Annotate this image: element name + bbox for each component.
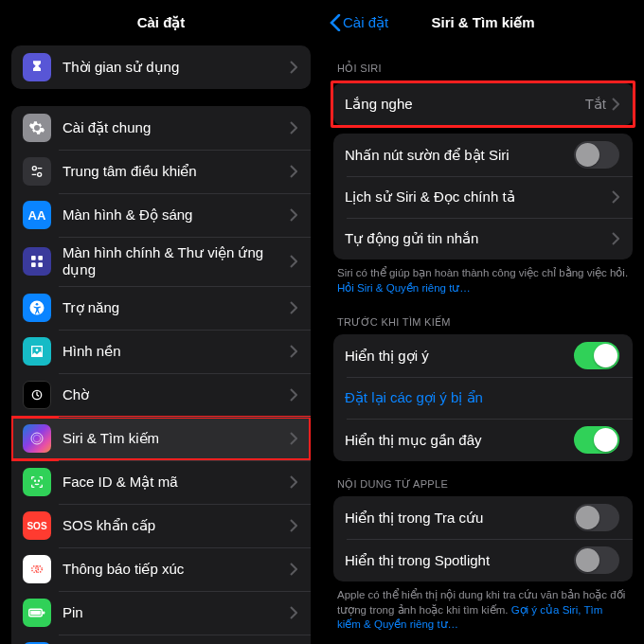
- svg-point-13: [33, 435, 41, 442]
- gear-icon: [23, 114, 51, 142]
- row-battery[interactable]: Pin: [11, 591, 311, 635]
- svg-rect-6: [31, 262, 36, 267]
- row-listen[interactable]: Lắng nghe Tắt: [333, 83, 633, 125]
- row-sos[interactable]: SOS SOS khẩn cấp: [11, 504, 311, 547]
- wallpaper-icon: [23, 337, 51, 366]
- row-show-suggestions[interactable]: Hiển thị gợi ý: [333, 334, 633, 377]
- row-accessibility[interactable]: Trợ năng: [11, 286, 311, 330]
- svg-rect-19: [43, 612, 45, 615]
- back-label: Cài đặt: [343, 14, 388, 31]
- chevron-right-icon: [290, 61, 297, 74]
- ask-siri-footer: Siri có thể giúp bạn hoàn thành công việ…: [322, 259, 644, 299]
- row-control-center[interactable]: Trung tâm điều khiển: [11, 150, 311, 193]
- svg-point-9: [36, 303, 39, 306]
- row-label: Hiển thị trong Tra cứu: [345, 510, 574, 527]
- chevron-right-icon: [290, 388, 297, 402]
- row-label: Lắng nghe: [345, 96, 585, 113]
- group-screen-time: Thời gian sử dụng: [11, 45, 311, 89]
- row-label: Đặt lại các gợi ý bị ẩn: [345, 389, 619, 406]
- chevron-right-icon: [290, 519, 297, 532]
- row-label: Hiển thị mục gần đây: [345, 432, 574, 449]
- svg-rect-7: [38, 262, 43, 267]
- chevron-right-icon: [290, 563, 297, 576]
- row-label: Pin: [63, 604, 290, 621]
- chevron-right-icon: [290, 208, 297, 222]
- row-label: Nhấn nút sườn để bật Siri: [345, 147, 574, 164]
- row-label: Thông báo tiếp xúc: [63, 561, 290, 578]
- chevron-right-icon: [290, 475, 297, 489]
- row-auto-send[interactable]: Tự động gửi tin nhắn: [333, 218, 633, 259]
- settings-title: Cài đặt: [137, 14, 186, 31]
- row-show-spotlight[interactable]: Hiển thị trong Spotlight: [333, 539, 633, 581]
- row-exposure[interactable]: Thông báo tiếp xúc: [11, 547, 311, 591]
- row-show-lookup[interactable]: Hiển thị trong Tra cứu: [333, 496, 633, 539]
- section-ask-siri: HỎI SIRI: [322, 45, 644, 80]
- switches-icon: [23, 157, 51, 186]
- siri-header: Cài đặt Siri & Tìm kiếm: [322, 0, 644, 45]
- ask-siri-privacy-link[interactable]: Hỏi Siri & Quyền riêng tư…: [337, 282, 471, 294]
- toggle-show-recents[interactable]: [574, 426, 619, 454]
- row-label: Tự động gửi tin nhắn: [345, 230, 612, 247]
- row-label: Màn hình chính & Thư viện ứng dụng: [63, 244, 290, 278]
- section-apple-content: NỘI DUNG TỪ APPLE: [322, 461, 644, 496]
- svg-point-14: [34, 480, 35, 481]
- settings-header: Cài đặt: [0, 0, 322, 45]
- svg-rect-5: [38, 256, 43, 260]
- siri-icon: [23, 424, 51, 453]
- row-label: Hiển thị gợi ý: [345, 348, 574, 365]
- row-label: SOS khẩn cấp: [63, 517, 290, 534]
- accessibility-icon: [23, 294, 51, 322]
- svg-point-2: [38, 172, 42, 176]
- footer-text: Siri có thể giúp bạn hoàn thành công việ…: [337, 267, 628, 278]
- hourglass-icon: [23, 53, 51, 81]
- chevron-right-icon: [290, 606, 297, 619]
- chevron-right-icon: [290, 301, 297, 314]
- svg-point-0: [32, 167, 36, 170]
- toggle-side-button[interactable]: [574, 141, 619, 169]
- svg-point-15: [38, 480, 39, 481]
- row-reset-hidden[interactable]: Đặt lại các gợi ý bị ẩn: [333, 377, 633, 419]
- chevron-right-icon: [290, 345, 297, 358]
- chevron-right-icon: [612, 232, 619, 245]
- chevron-right-icon: [290, 121, 297, 134]
- highlight-listen: Lắng nghe Tắt: [331, 80, 635, 128]
- row-display[interactable]: AA Màn hình & Độ sáng: [11, 193, 311, 237]
- row-screen-time[interactable]: Thời gian sử dụng: [11, 45, 311, 89]
- chevron-right-icon: [612, 98, 619, 111]
- toggle-show-lookup[interactable]: [574, 504, 619, 531]
- group-ask-siri: Nhấn nút sườn để bật Siri Lịch sử Siri &…: [333, 134, 633, 259]
- row-label: Thời gian sử dụng: [63, 59, 290, 76]
- back-button[interactable]: Cài đặt: [330, 14, 388, 31]
- row-privacy[interactable]: Quyền riêng tư & Bảo mật: [11, 635, 311, 644]
- svg-point-10: [36, 349, 39, 351]
- row-history[interactable]: Lịch sử Siri & Đọc chính tả: [333, 176, 633, 218]
- row-faceid[interactable]: Face ID & Mật mã: [11, 460, 311, 504]
- toggle-show-spotlight[interactable]: [574, 546, 619, 574]
- chevron-right-icon: [290, 165, 297, 178]
- row-standby[interactable]: Chờ: [11, 373, 311, 417]
- row-side-button[interactable]: Nhấn nút sườn để bật Siri: [333, 134, 633, 176]
- svg-point-16: [32, 566, 39, 573]
- battery-icon: [23, 599, 51, 627]
- grid-icon: [23, 247, 51, 276]
- row-label: Chờ: [63, 386, 290, 403]
- svg-point-12: [31, 433, 43, 444]
- exposure-icon: [23, 555, 51, 583]
- group-before-search: Hiển thị gợi ý Đặt lại các gợi ý bị ẩn H…: [333, 334, 633, 461]
- row-general[interactable]: Cài đặt chung: [11, 106, 311, 150]
- sos-icon: SOS: [23, 511, 51, 540]
- row-label: Cài đặt chung: [63, 119, 290, 136]
- section-before-search: TRƯỚC KHI TÌM KIẾM: [322, 299, 644, 334]
- row-label: Face ID & Mật mã: [63, 474, 290, 491]
- row-siri-search[interactable]: Siri & Tìm kiếm: [11, 417, 311, 460]
- row-show-recents[interactable]: Hiển thị mục gần đây: [333, 419, 633, 461]
- row-home-screen[interactable]: Màn hình chính & Thư viện ứng dụng: [11, 237, 311, 286]
- siri-title: Siri & Tìm kiếm: [431, 14, 534, 31]
- toggle-show-suggestions[interactable]: [574, 342, 619, 369]
- apple-content-footer: Apple có thể hiển thị nội dung khi tra c…: [322, 581, 644, 636]
- faceid-icon: [23, 468, 51, 496]
- row-wallpaper[interactable]: Hình nền: [11, 330, 311, 373]
- text-size-icon: AA: [23, 201, 51, 229]
- row-label: Màn hình & Độ sáng: [63, 206, 290, 224]
- chevron-right-icon: [612, 190, 619, 204]
